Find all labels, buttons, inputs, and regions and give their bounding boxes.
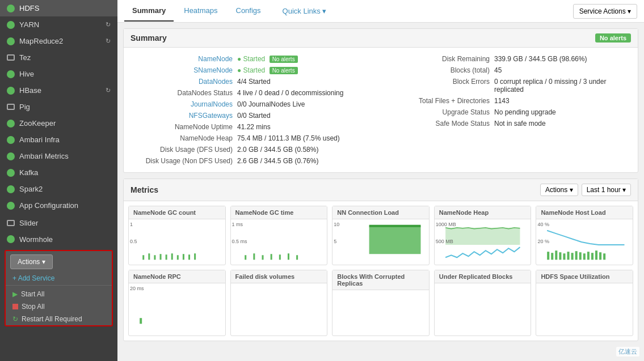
- summary-header: Summary No alerts: [124, 29, 638, 48]
- yarn-refresh-icon[interactable]: ↻: [106, 21, 111, 28]
- svg-rect-1: [148, 253, 150, 260]
- metrics-time-button[interactable]: Last 1 hour ▾: [582, 184, 631, 196]
- svg-rect-34: [604, 253, 606, 260]
- svg-rect-5: [171, 253, 173, 260]
- mapreduce2-refresh-icon[interactable]: ↻: [106, 37, 111, 45]
- chart-connection-load: 10 5: [332, 219, 429, 265]
- metric-card-corrupted-replicas: Blocks With Corrupted Replicas: [332, 270, 430, 336]
- sidebar-item-spark2[interactable]: Spark2: [0, 181, 117, 197]
- hive-status-icon: [7, 70, 15, 78]
- metrics-controls: Actions ▾ Last 1 hour ▾: [540, 184, 631, 196]
- sidebar-label-wormhole: Wormhole: [19, 235, 53, 244]
- svg-rect-10: [245, 255, 246, 260]
- add-service-label: + Add Service: [12, 274, 54, 282]
- sidebar-item-kafka[interactable]: Kafka: [0, 164, 117, 181]
- sidebar-item-slider[interactable]: Slider: [0, 215, 117, 231]
- service-actions-button[interactable]: Service Actions ▾: [573, 4, 637, 19]
- namenode-uptime-row: NameNode Uptime 41.22 mins: [131, 121, 374, 133]
- spark2-status-icon: [7, 185, 15, 193]
- no-alerts-badge: No alerts: [595, 33, 631, 43]
- sidebar-label-spark2: Spark2: [19, 185, 43, 193]
- actions-label: Actions: [18, 258, 40, 266]
- svg-rect-12: [262, 255, 263, 260]
- namenode-row: NameNode ● Started No alerts: [131, 53, 374, 65]
- upgrade-status-row: Upgrade Status No pending upgrade: [388, 107, 631, 118]
- pig-status-icon: [7, 104, 15, 110]
- metrics-title: Metrics: [131, 185, 158, 194]
- metrics-actions-button[interactable]: Actions ▾: [540, 184, 578, 196]
- sidebar-actions-button[interactable]: Actions ▾: [10, 254, 53, 269]
- metric-card-heap: NameNode Heap 1000 MB 500 MB: [434, 206, 532, 265]
- add-service-item[interactable]: + Add Service: [6, 271, 112, 286]
- stop-all-icon: [12, 304, 18, 309]
- watermark: 亿速云: [616, 347, 639, 356]
- snamenode-no-alerts-badge: No alerts: [270, 67, 298, 74]
- sidebar-item-zookeeper[interactable]: ZooKeeper: [0, 115, 117, 131]
- main-content: Summary Heatmaps Configs Quick Links ▾ S…: [117, 0, 644, 361]
- kafka-status-icon: [7, 169, 15, 177]
- sidebar-label-zookeeper: ZooKeeper: [19, 119, 56, 128]
- nfsgateways-row: NFSGateways 0/0 Started: [131, 110, 374, 121]
- sidebar-item-ambari-metrics[interactable]: Ambari Metrics: [0, 148, 117, 164]
- tab-heatmaps[interactable]: Heatmaps: [176, 1, 225, 22]
- svg-rect-27: [575, 251, 578, 260]
- chart-host-load: 40 % 20 %: [536, 219, 633, 265]
- slider-status-icon: [7, 220, 15, 226]
- restart-all-item[interactable]: ↻ Restart All Required: [6, 313, 112, 325]
- datanodes-status-row: DataNodes Status 4 live / 0 dead / 0 dec…: [131, 87, 374, 99]
- sidebar-label-pig: Pig: [19, 103, 30, 111]
- svg-rect-9: [194, 253, 196, 260]
- sidebar-item-hdfs[interactable]: HDFS: [0, 0, 117, 16]
- sidebar-label-hive: Hive: [19, 70, 34, 78]
- svg-rect-14: [279, 254, 280, 260]
- snamenode-link[interactable]: SNameNode: [193, 66, 233, 74]
- start-all-item[interactable]: ▶ Start All: [6, 288, 112, 300]
- chart-failed-disk: [231, 283, 327, 329]
- tab-summary[interactable]: Summary: [124, 1, 174, 22]
- namenode-heap-row: NameNode Heap 75.4 MB / 1011.3 MB (7.5% …: [131, 133, 374, 144]
- chart-gc-time: 1 ms 0.5 ms: [231, 219, 327, 265]
- svg-rect-28: [579, 252, 582, 260]
- svg-rect-3: [159, 254, 161, 260]
- hbase-status-icon: [7, 87, 15, 95]
- sidebar-item-wormhole[interactable]: Wormhole: [0, 231, 117, 248]
- tab-configs[interactable]: Configs: [228, 1, 269, 22]
- svg-rect-11: [253, 253, 255, 260]
- sidebar-item-pig[interactable]: Pig: [0, 99, 117, 115]
- sidebar-label-ambari-metrics: Ambari Metrics: [19, 152, 69, 160]
- metric-card-gc-count: NameNode GC count 1 0.5: [128, 206, 226, 265]
- quick-links-button[interactable]: Quick Links ▾: [283, 7, 327, 15]
- namenode-no-alerts-badge: No alerts: [270, 56, 298, 63]
- summary-body: NameNode ● Started No alerts SNameNode ●…: [124, 48, 638, 172]
- disk-remaining-row: Disk Remaining 339.9 GB / 344.5 GB (98.6…: [388, 53, 631, 65]
- datanodes-link[interactable]: DataNodes: [199, 78, 233, 86]
- chart-rpc: 20 ms: [129, 283, 225, 329]
- summary-title: Summary: [131, 33, 167, 43]
- namenode-link[interactable]: NameNode: [198, 55, 233, 63]
- sidebar-item-hive[interactable]: Hive: [0, 66, 117, 82]
- sidebar-item-tez[interactable]: Tez: [0, 49, 117, 66]
- summary-left: NameNode ● Started No alerts SNameNode ●…: [124, 53, 381, 167]
- app-config-status-icon: [7, 202, 15, 210]
- zookeeper-status-icon: [7, 120, 15, 128]
- nfsgateways-link[interactable]: NFSGateways: [189, 112, 233, 120]
- sidebar: HDFS YARN ↻ MapReduce2 ↻ Tez Hive HBase …: [0, 0, 117, 361]
- svg-rect-23: [559, 252, 562, 260]
- start-all-label: Start All: [21, 290, 44, 298]
- sidebar-item-ambari-infra[interactable]: Ambari Infra: [0, 131, 117, 148]
- stop-all-item[interactable]: Stop All: [6, 300, 112, 313]
- snamenode-row: SNameNode ● Started No alerts: [131, 65, 374, 76]
- svg-rect-19: [445, 228, 520, 245]
- summary-section: Summary No alerts NameNode ● Started No …: [123, 28, 638, 173]
- actions-caret-icon: ▾: [42, 258, 45, 266]
- total-files-row: Total Files + Directories 1143: [388, 95, 631, 107]
- main-scroll-area: Summary No alerts NameNode ● Started No …: [117, 23, 644, 361]
- svg-rect-7: [183, 254, 184, 260]
- journalnodes-link[interactable]: JournalNodes: [191, 100, 233, 108]
- hbase-refresh-icon[interactable]: ↻: [106, 87, 111, 94]
- sidebar-item-app-config[interactable]: App Configuration: [0, 197, 117, 215]
- sidebar-item-yarn[interactable]: YARN ↻: [0, 16, 117, 33]
- sidebar-item-hbase[interactable]: HBase ↻: [0, 82, 117, 99]
- sidebar-item-mapreduce2[interactable]: MapReduce2 ↻: [0, 33, 117, 49]
- sidebar-label-mapreduce2: MapReduce2: [19, 37, 63, 45]
